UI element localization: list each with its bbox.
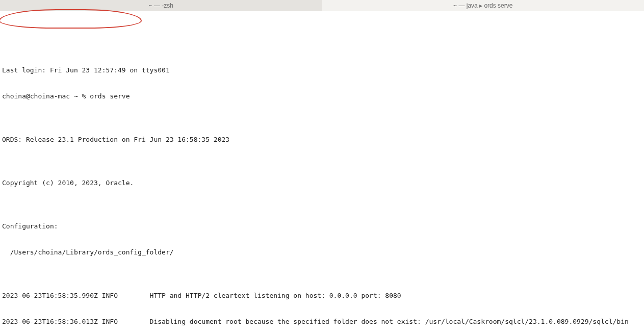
output-line: 2023-06-23T16:58:36.013Z INFO Disabling … bbox=[2, 317, 642, 326]
tab-label: ~ — -zsh bbox=[149, 2, 173, 10]
output-line: Configuration: bbox=[2, 222, 642, 230]
tab-label: ~ — java ▸ ords serve bbox=[453, 2, 512, 10]
output-line: /Users/choina/Library/ords_config_folder… bbox=[2, 248, 642, 256]
terminal-tab-zsh[interactable]: ~ — -zsh bbox=[0, 0, 322, 11]
output-line: Copyright (c) 2010, 2023, Oracle. bbox=[2, 178, 642, 187]
output-line: 2023-06-23T16:58:35.990Z INFO HTTP and H… bbox=[2, 291, 642, 300]
terminal-output[interactable]: Last login: Fri Jun 23 12:57:49 on ttys0… bbox=[0, 11, 644, 334]
terminal-tab-java-ords[interactable]: ~ — java ▸ ords serve bbox=[322, 0, 645, 11]
prompt-line: choina@choina-mac ~ % ords serve bbox=[2, 92, 642, 100]
annotation-oval-command bbox=[0, 9, 142, 29]
terminal-tab-bar: ~ — -zsh ~ — java ▸ ords serve bbox=[0, 0, 644, 11]
output-line: ORDS: Release 23.1 Production on Fri Jun… bbox=[2, 135, 642, 144]
output-line: Last login: Fri Jun 23 12:57:49 on ttys0… bbox=[2, 66, 642, 74]
